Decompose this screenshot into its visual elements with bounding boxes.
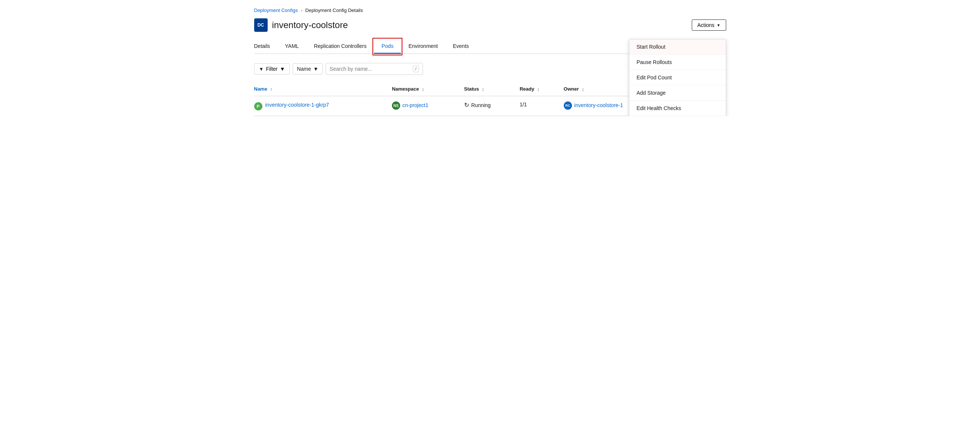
dropdown-item-pause-rollouts[interactable]: Pause Rollouts: [629, 55, 726, 70]
ready-cell: 1/1: [520, 96, 564, 116]
slash-key: /: [413, 65, 418, 72]
breadcrumb-link[interactable]: Deployment Configs: [254, 8, 298, 13]
dropdown-item-start-rollout[interactable]: Start Rollout: [629, 39, 726, 55]
dropdown-item-edit-health-checks[interactable]: Edit Health Checks: [629, 101, 726, 116]
status-cell: ↻ Running: [464, 96, 520, 116]
filter-button[interactable]: ▼ Filter ▼: [254, 63, 290, 75]
tab-details[interactable]: Details: [254, 39, 278, 54]
header-left: DC inventory-coolstore: [254, 18, 348, 32]
tab-replication-controllers[interactable]: Replication Controllers: [306, 39, 374, 54]
status-text: Running: [471, 102, 491, 108]
sort-asc-icon: ↑: [270, 86, 273, 92]
sort-both-icon: ↕: [537, 86, 540, 92]
actions-dropdown-menu: Start RolloutPause RolloutsEdit Pod Coun…: [629, 39, 726, 116]
tab-events[interactable]: Events: [445, 39, 477, 54]
tab-yaml[interactable]: YAML: [277, 39, 306, 54]
tab-environment[interactable]: Environment: [401, 39, 445, 54]
page-header: DC inventory-coolstore Actions ▼ Start R…: [254, 18, 726, 32]
sort-both-icon: ↕: [422, 86, 425, 92]
actions-label: Actions: [697, 22, 714, 28]
rc-icon: RC: [564, 102, 572, 110]
namespace-link[interactable]: cn-project1: [402, 102, 428, 109]
dropdown-item-add-storage[interactable]: Add Storage: [629, 85, 726, 101]
pod-name-link[interactable]: inventory-coolstore-1-gkrp7: [266, 102, 329, 109]
search-box[interactable]: /: [326, 63, 423, 75]
namespace-icon: NS: [392, 102, 400, 110]
filter-caret-icon: ▼: [280, 66, 285, 72]
sort-both-icon: ↕: [482, 86, 484, 92]
dropdown-caret-icon: ▼: [717, 23, 721, 27]
sort-both-icon: ↕: [582, 86, 584, 92]
filter-label: Filter: [266, 66, 277, 72]
page-title: inventory-coolstore: [272, 20, 348, 30]
tab-pods[interactable]: Pods: [374, 39, 401, 54]
name-label: Name: [297, 66, 311, 72]
running-icon: ↻: [464, 102, 469, 108]
dc-badge: DC: [254, 18, 268, 32]
namespace-cell: NS cn-project1: [392, 96, 464, 116]
pod-name-cell: P inventory-coolstore-1-gkrp7: [254, 96, 392, 116]
owner-link[interactable]: inventory-coolstore-1: [574, 102, 623, 109]
col-header-namespace[interactable]: Namespace ↕: [392, 82, 464, 96]
actions-area: Actions ▼ Start RolloutPause RolloutsEdi…: [692, 19, 726, 31]
filter-icon: ▼: [259, 66, 264, 72]
col-header-ready[interactable]: Ready ↕: [520, 82, 564, 96]
breadcrumb-current: Deployment Config Details: [305, 8, 363, 13]
col-header-status[interactable]: Status ↕: [464, 82, 520, 96]
name-select[interactable]: Name ▼: [293, 63, 322, 75]
pod-icon: P: [254, 102, 262, 110]
breadcrumb: Deployment Configs › Deployment Config D…: [254, 8, 726, 13]
actions-button[interactable]: Actions ▼: [692, 19, 726, 31]
dropdown-item-edit-pod-count[interactable]: Edit Pod Count: [629, 70, 726, 85]
search-input[interactable]: [330, 66, 410, 72]
col-header-name[interactable]: Name ↑: [254, 82, 392, 96]
breadcrumb-separator: ›: [301, 8, 302, 13]
name-caret-icon: ▼: [313, 66, 318, 72]
